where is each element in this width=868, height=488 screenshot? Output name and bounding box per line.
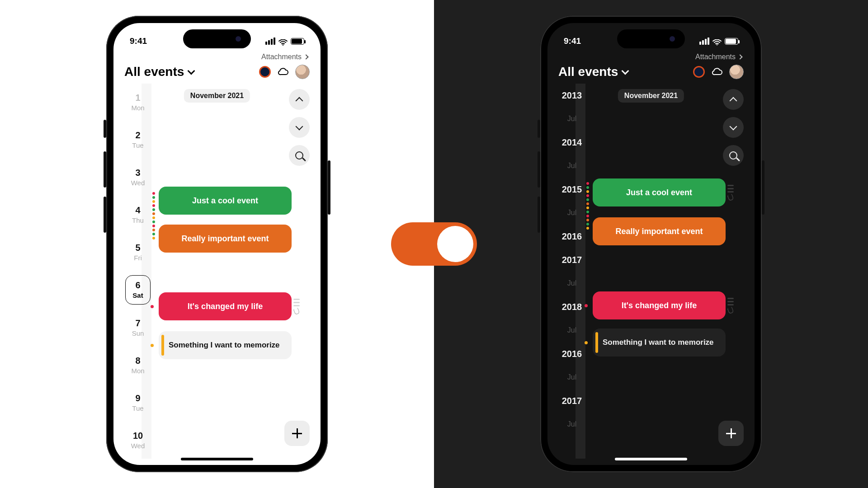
day-cell[interactable]: 7Sun [124, 309, 151, 346]
filter-dropdown[interactable]: All events [558, 65, 628, 79]
toggle-knob [437, 226, 473, 262]
rail-year[interactable]: 2013 [558, 84, 585, 107]
wifi-icon [712, 38, 722, 44]
event-red[interactable]: It's changed my life [593, 291, 726, 319]
chevron-down-icon [622, 67, 629, 75]
day-cell[interactable]: 9Tue [124, 384, 151, 421]
svg-point-0 [283, 44, 284, 46]
event-green[interactable]: Just a cool event [159, 187, 292, 215]
chevron-down-icon [188, 67, 195, 75]
rail-month[interactable]: Jul [558, 413, 585, 436]
event-memo[interactable]: Something I want to memorize [159, 331, 292, 359]
dynamic-island [617, 29, 685, 48]
chevron-up-icon [296, 97, 303, 104]
attachments-link[interactable]: Attachments [547, 51, 755, 63]
rail-month[interactable]: Jul [558, 107, 585, 131]
day-cell[interactable]: 2Tue [124, 121, 151, 159]
rail-month[interactable]: Jul [558, 366, 585, 389]
event-marker-dot [151, 305, 154, 308]
phone-dark: 9:41 Attachments All events [540, 16, 762, 472]
side-button [538, 197, 540, 233]
event-memo[interactable]: Something I want to memorize [593, 328, 726, 357]
add-event-button[interactable] [284, 421, 310, 446]
rail-year[interactable]: 2014 [558, 131, 585, 154]
add-event-button[interactable] [718, 421, 744, 446]
page-title: All events [558, 65, 618, 79]
attachments-label: Attachments [261, 53, 302, 61]
search-icon [295, 151, 303, 160]
rail-month[interactable]: Jul [558, 201, 585, 225]
paperclip-icon [293, 307, 300, 315]
search-icon [729, 151, 737, 160]
event-orange[interactable]: Really important event [159, 225, 292, 253]
wifi-icon [278, 38, 288, 44]
attachments-link[interactable]: Attachments [113, 51, 321, 63]
day-cell[interactable]: 6Sat [125, 275, 151, 304]
page-title: All events [124, 65, 184, 79]
side-button [104, 120, 106, 138]
cloud-sync-icon[interactable] [711, 67, 723, 76]
rail-month[interactable]: Jul [558, 272, 585, 295]
rail-year[interactable]: 2017 [558, 248, 585, 272]
svg-point-1 [717, 44, 718, 46]
home-indicator[interactable] [615, 458, 687, 460]
search-button[interactable] [289, 145, 310, 166]
paperclip-icon [727, 306, 734, 314]
side-button [104, 151, 106, 188]
day-cell[interactable]: 5Fri [124, 234, 151, 271]
day-cell[interactable]: 3Wed [124, 159, 151, 196]
cellular-icon [699, 38, 709, 45]
scroll-down-button[interactable] [289, 117, 310, 138]
cellular-icon [265, 38, 275, 45]
rail-year[interactable]: 2016 [558, 225, 585, 248]
rail-year[interactable]: 2015 [558, 178, 585, 201]
event-green[interactable]: Just a cool event [593, 178, 726, 206]
avatar[interactable] [295, 65, 310, 79]
dynamic-island [183, 29, 251, 48]
chevron-up-icon [730, 97, 737, 104]
side-button [538, 151, 540, 188]
chevron-down-icon [296, 122, 303, 130]
chevron-down-icon [730, 122, 737, 130]
day-cell[interactable]: 8Mon [124, 346, 151, 384]
record-icon[interactable] [693, 66, 705, 78]
chevron-right-icon [737, 54, 742, 59]
theme-toggle[interactable] [391, 222, 477, 266]
chevron-right-icon [303, 54, 308, 59]
filter-dropdown[interactable]: All events [124, 65, 194, 79]
cloud-sync-icon[interactable] [277, 67, 289, 76]
side-button [538, 120, 540, 138]
rail-year[interactable]: 2018 [558, 295, 585, 319]
memo-accent-bar [595, 332, 598, 353]
day-cell[interactable]: 1Mon [124, 84, 151, 121]
scroll-up-button[interactable] [723, 89, 744, 110]
event-orange[interactable]: Really important event [593, 217, 726, 245]
status-time: 9:41 [564, 36, 581, 46]
rail-year[interactable]: 2017 [558, 389, 585, 413]
status-time: 9:41 [130, 36, 147, 46]
phone-light: 9:41 Attachments All events [106, 16, 328, 472]
search-button[interactable] [723, 145, 744, 166]
avatar[interactable] [729, 65, 744, 79]
day-cell[interactable]: 4Thu [124, 196, 151, 234]
memo-accent-bar [161, 335, 164, 356]
day-cell[interactable]: 10Wed [124, 421, 151, 459]
plus-icon [726, 428, 736, 438]
paperclip-icon [727, 193, 734, 201]
rail-year[interactable]: 2016 [558, 342, 585, 366]
scroll-up-button[interactable] [289, 89, 310, 110]
side-button [762, 160, 764, 215]
rail-month[interactable]: Jul [558, 319, 585, 342]
rail-month[interactable]: Jul [558, 154, 585, 178]
attachments-label: Attachments [695, 53, 736, 61]
record-icon[interactable] [259, 66, 271, 78]
scroll-down-button[interactable] [723, 117, 744, 138]
event-red[interactable]: It's changed my life [159, 292, 292, 320]
home-indicator[interactable] [181, 458, 253, 460]
side-button [104, 197, 106, 233]
battery-icon [725, 38, 738, 45]
battery-icon [291, 38, 304, 45]
side-button [328, 160, 330, 215]
plus-icon [292, 428, 302, 438]
